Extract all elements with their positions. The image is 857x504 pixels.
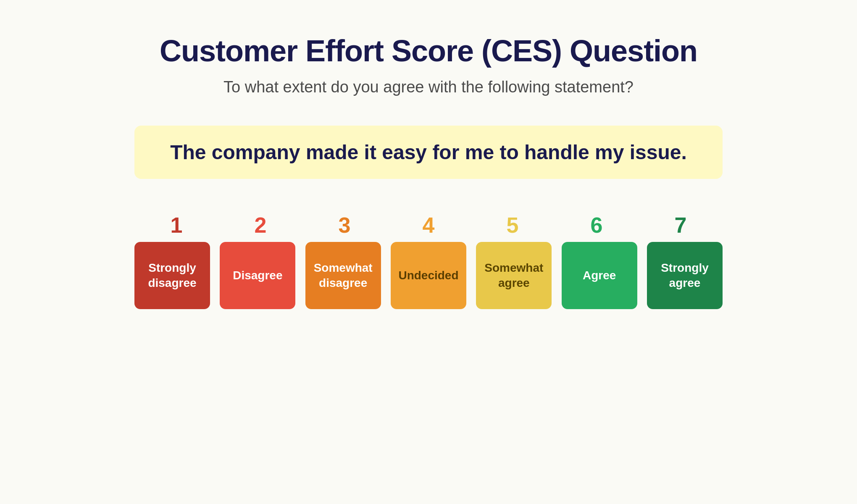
scale-button-4[interactable]: Undecided (391, 242, 466, 309)
scale-number-7: 7 (643, 213, 718, 238)
page-title: Customer Effort Score (CES) Question (160, 34, 697, 68)
main-container: Customer Effort Score (CES) Question To … (0, 0, 857, 309)
scale-button-3[interactable]: Somewhat disagree (305, 242, 381, 309)
scale-number-3: 3 (307, 213, 382, 238)
scale-button-2[interactable]: Disagree (220, 242, 295, 309)
numbers-row: 1234567 (134, 213, 723, 238)
scale-button-5[interactable]: Somewhat agree (476, 242, 552, 309)
scale-button-7[interactable]: Strongly agree (647, 242, 723, 309)
statement-box: The company made it easy for me to handl… (134, 126, 723, 179)
scale-number-4: 4 (391, 213, 466, 238)
scale-button-1[interactable]: Strongly disagree (134, 242, 210, 309)
statement-text: The company made it easy for me to handl… (170, 141, 687, 163)
scale-container: 1234567 Strongly disagreeDisagreeSomewha… (134, 213, 723, 309)
scale-number-6: 6 (559, 213, 634, 238)
scale-number-1: 1 (139, 213, 214, 238)
scale-button-6[interactable]: Agree (562, 242, 637, 309)
page-subtitle: To what extent do you agree with the fol… (223, 78, 634, 96)
buttons-row: Strongly disagreeDisagreeSomewhat disagr… (134, 242, 723, 309)
scale-number-5: 5 (475, 213, 550, 238)
scale-number-2: 2 (223, 213, 298, 238)
